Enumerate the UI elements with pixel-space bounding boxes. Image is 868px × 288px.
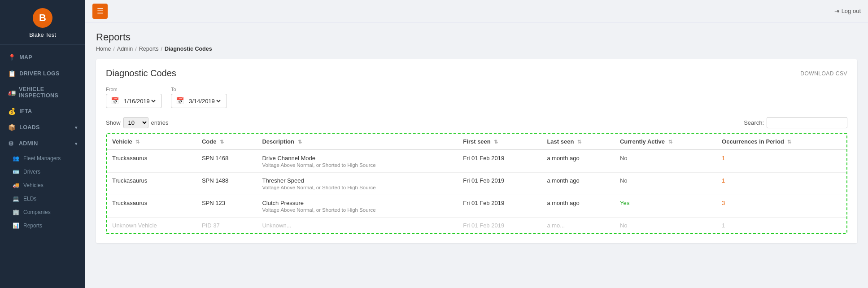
table-wrapper: Vehicle ⇅ Code ⇅ Description ⇅ [106,133,847,234]
vehicles-icon: 🚚 [13,182,20,188]
logout-button[interactable]: ⇥ Log out [834,8,861,14]
col-code: Code ⇅ [196,134,257,150]
sidebar-item-fleet-managers[interactable]: 👥 Fleet Managers [0,152,85,165]
sidebar-item-vehicles-label: Vehicles [23,182,44,188]
cell-code: SPN 123 [196,195,257,218]
user-name: Blake Test [29,31,56,38]
date-from-input[interactable]: 📅 1/16/2019 [106,94,162,108]
sidebar-item-driver-logs-label: DRIVER LOGS [19,70,59,77]
table-row: Truckasaurus SPN 123 Clutch Pressure Vol… [107,195,846,218]
sidebar-item-drivers-label: Drivers [23,169,40,175]
breadcrumb: Home / Admin / Reports / Diagnostic Code… [96,46,857,52]
cell-first-seen: Fri 01 Feb 2019 [458,150,541,173]
breadcrumb-sep-3: / [161,46,162,52]
date-from-label: From [106,87,162,92]
loads-arrow: ▾ [75,125,77,130]
reports-icon: 📊 [13,223,20,229]
col-currently-active: Currently Active ⇅ [615,134,716,150]
sidebar-item-ifta[interactable]: 💰 IFTA [0,103,85,119]
card-title: Diagnostic Codes [106,68,176,79]
elds-icon: 💻 [13,196,20,202]
sidebar-item-driver-logs[interactable]: 📋 DRIVER LOGS [0,65,85,82]
cell-vehicle: Truckasaurus [107,173,196,195]
cell-description: Unknown... [257,218,458,234]
sidebar-item-reports-label: Reports [23,223,42,229]
cell-last-seen: a month ago [541,150,615,173]
sidebar-item-map[interactable]: 📍 MAP [0,49,85,65]
sort-first-seen-icon[interactable]: ⇅ [494,139,498,144]
search-input[interactable] [767,117,847,128]
companies-icon: 🏢 [13,209,20,215]
date-to-label: To [171,87,227,92]
cell-description: Thresher Speed Voltage Above Normal, or … [257,173,458,195]
sidebar-item-companies[interactable]: 🏢 Companies [0,205,85,219]
cell-last-seen: a month ago [541,173,615,195]
date-filters: From 📅 1/16/2019 To 📅 3/14/2019 [106,87,847,108]
col-occurrences: Occurrences in Period ⇅ [716,134,846,150]
date-to-group: To 📅 3/14/2019 [171,87,227,108]
content-area: Reports Home / Admin / Reports / Diagnos… [85,22,868,288]
sidebar-item-reports[interactable]: 📊 Reports [0,219,85,232]
search-label: Search: [744,119,764,126]
sort-last-seen-icon[interactable]: ⇅ [577,139,581,144]
breadcrumb-reports[interactable]: Reports [139,46,159,52]
sort-code-icon[interactable]: ⇅ [220,139,224,144]
ifta-icon: 💰 [8,108,16,115]
sidebar-item-vehicle-inspections[interactable]: 🚛 VEHICLE INSPECTIONS [0,82,85,103]
cell-vehicle: Truckasaurus [107,195,196,218]
menu-button[interactable]: ☰ [92,4,108,19]
diagnostic-codes-table: Vehicle ⇅ Code ⇅ Description ⇅ [107,134,846,233]
table-row: Truckasaurus SPN 1468 Drive Channel Mode… [107,150,846,173]
main-card: Diagnostic Codes DOWNLOAD CSV From 📅 1/1… [96,59,857,243]
sort-vehicle-icon[interactable]: ⇅ [135,139,140,144]
sort-occurrences-icon[interactable]: ⇅ [787,139,791,144]
sidebar-item-admin[interactable]: ⚙ ADMIN ▾ [0,135,85,152]
col-first-seen: First seen ⇅ [458,134,541,150]
sidebar-item-admin-label: ADMIN [19,140,38,147]
cell-occurrences: 1 [716,150,846,173]
sidebar-nav: 📍 MAP 📋 DRIVER LOGS 🚛 VEHICLE INSPECTION… [0,45,85,288]
sort-description-icon[interactable]: ⇅ [298,139,302,144]
col-last-seen: Last seen ⇅ [541,134,615,150]
driver-logs-icon: 📋 [8,70,16,77]
map-icon: 📍 [8,54,16,61]
fleet-managers-icon: 👥 [13,155,20,161]
show-label: Show [106,119,121,126]
date-to-input[interactable]: 📅 3/14/2019 [171,94,227,108]
cell-first-seen: Fri 01 Feb 2019 [458,218,541,234]
admin-arrow: ▾ [75,141,77,146]
loads-icon: 📦 [8,124,16,131]
cell-occurrences: 1 [716,218,846,234]
cell-currently-active: No [615,173,716,195]
cell-code: SPN 1468 [196,150,257,173]
show-entries: Show 10 25 50 100 entries [106,117,169,128]
vehicle-inspections-icon: 🚛 [8,89,15,96]
table-controls: Show 10 25 50 100 entries Search: [106,117,847,128]
col-vehicle: Vehicle ⇅ [107,134,196,150]
download-csv-button[interactable]: DOWNLOAD CSV [800,70,847,77]
sidebar-item-fleet-managers-label: Fleet Managers [23,155,61,161]
cell-first-seen: Fri 01 Feb 2019 [458,173,541,195]
page-title: Reports [96,31,857,43]
breadcrumb-home[interactable]: Home [96,46,111,52]
date-from-group: From 📅 1/16/2019 [106,87,162,108]
sort-active-icon[interactable]: ⇅ [668,139,672,144]
search-box: Search: [744,117,847,128]
sidebar-item-drivers[interactable]: 🪪 Drivers [0,165,85,179]
cell-code: PID 37 [196,218,257,234]
breadcrumb-sep-2: / [135,46,136,52]
sidebar-item-loads[interactable]: 📦 LOADS ▾ [0,119,85,135]
drivers-icon: 🪪 [13,169,20,175]
breadcrumb-admin[interactable]: Admin [117,46,133,52]
entries-select[interactable]: 10 25 50 100 [123,117,148,128]
sidebar-item-map-label: MAP [19,54,32,61]
date-from-select[interactable]: 1/16/2019 [122,97,157,105]
sidebar-item-companies-label: Companies [23,209,51,215]
sidebar-item-vehicles[interactable]: 🚚 Vehicles [0,179,85,192]
admin-icon: ⚙ [8,140,15,147]
cell-first-seen: Fri 01 Feb 2019 [458,195,541,218]
sidebar-item-elds[interactable]: 💻 ELDs [0,192,85,205]
date-to-select[interactable]: 3/14/2019 [187,97,222,105]
cell-vehicle: Truckasaurus [107,150,196,173]
col-description: Description ⇅ [257,134,458,150]
